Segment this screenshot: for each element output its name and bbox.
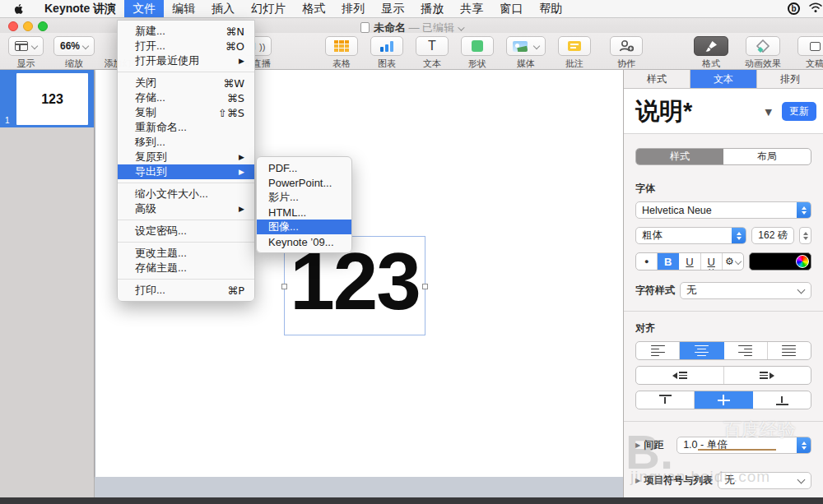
title-chevron-icon[interactable] [458,24,464,30]
font-size-stepper[interactable] [799,227,811,244]
font-size-field[interactable]: 162 磅 [751,227,794,244]
style-dropdown-icon[interactable]: ▼ [765,107,772,118]
submenu-item[interactable]: 图像... ▶ [257,220,351,234]
slide-thumbnail-row[interactable]: 1 123 [0,70,94,127]
menu-item[interactable]: 复制 ⇧⌘S ▶ [118,105,254,120]
submenu-item[interactable]: PDF... ▶ [257,160,351,175]
disclosure-triangle-icon[interactable]: ▶ [635,477,640,484]
valign-bottom-button[interactable] [753,391,811,409]
bullets-select[interactable]: 无 [718,472,811,489]
font-weight-select[interactable]: 粗体 [635,227,746,244]
wifi-icon[interactable] [808,2,823,16]
menu-item[interactable]: 存储主题... ▶ [118,261,254,275]
stepper-icon[interactable] [797,437,811,453]
format-inspector: 样式文本排列 说明* ▼ 更新 样式布局 字体 Helvetica Neue 粗… [623,70,823,497]
slide-navigator: 1 123 [0,70,95,497]
valign-top-button[interactable] [636,391,695,409]
submenu-item[interactable]: PowerPoint... ▶ [257,175,351,190]
status-menu-icon[interactable]: b [788,2,800,15]
format-panel-button[interactable]: 格式 [694,36,728,70]
apple-menu[interactable] [0,0,36,17]
zoom-button[interactable]: 66% 缩放 [53,36,95,70]
menu-bar-item[interactable]: 文件 [124,0,164,17]
align-center-button[interactable] [680,342,723,359]
insert-shape-button[interactable]: 形状 [461,36,494,70]
menu-bar-item[interactable]: 帮助 [531,0,570,17]
submenu-item[interactable]: Keynote ’09... ▶ [257,234,351,249]
collaborate-button[interactable]: 协作 [610,36,643,70]
disclosure-triangle-icon[interactable]: ▶ [635,442,640,449]
menu-item[interactable]: 高级 ▶ [118,201,254,216]
update-style-button[interactable]: 更新 [782,102,816,121]
submenu-item[interactable]: 影片... ▶ [257,190,351,205]
slide-number: 1 [5,116,10,125]
menu-item[interactable]: 重新命名... ▶ [118,120,254,135]
align-right-button[interactable] [724,342,768,359]
color-wheel-icon[interactable] [796,255,809,268]
bold-button[interactable]: B [658,253,679,270]
valign-middle-button[interactable] [695,391,753,409]
menu-item[interactable]: 更改主题... ▶ [118,246,254,261]
inspector-tab[interactable]: 文本 [690,70,757,88]
char-style-select[interactable]: 无 [680,282,811,299]
font-section-label: 字体 [635,182,811,196]
menu-item[interactable]: 移到... ▶ [118,135,254,150]
stepper-icon[interactable] [797,202,811,218]
increase-indent-button[interactable] [724,367,811,384]
underline-button[interactable]: U [679,253,700,270]
menu-bar-item[interactable]: 编辑 [164,0,203,17]
view-button[interactable]: 显示 [8,36,44,70]
menu-item[interactable]: 打印... ⌘P ▶ [118,283,254,298]
inspector-tab[interactable]: 样式 [624,70,690,88]
menu-item[interactable]: 复原到 ▶ [118,150,254,164]
dock-edge [0,497,823,504]
menu-bar-item[interactable]: 共享 [452,0,491,17]
menu-item[interactable]: 缩小文件大小... ▶ [118,187,254,201]
segment-button[interactable]: 布局 [723,149,811,164]
char-style-label: 字符样式 [635,284,675,298]
text-color-well[interactable] [749,252,811,270]
align-left-button[interactable] [636,342,680,359]
inspector-tab-bar: 样式文本排列 [624,70,823,89]
document-panel-button[interactable]: 文稿 [797,36,823,70]
view-icon [15,41,28,51]
menu-bar-item[interactable]: 幻灯片 [243,0,294,17]
menu-item[interactable]: 导出到 ▶ [118,164,254,179]
menu-bar-item[interactable]: 排列 [333,0,373,17]
menu-bar-item[interactable]: 显示 [373,0,412,17]
menu-bar-item[interactable]: 格式 [294,0,333,17]
inspector-tab[interactable]: 排列 [757,70,823,88]
menu-bar-item[interactable]: 插入 [203,0,243,17]
insert-chart-button[interactable]: 图表 [370,36,403,70]
font-family-select[interactable]: Helvetica Neue [635,201,811,219]
menu-item[interactable]: 存储... ⌘S ▶ [118,90,254,105]
slide-thumbnail[interactable]: 123 [16,73,88,125]
text-options-button[interactable]: ⚙ [723,253,743,270]
menu-item[interactable]: 打开... ⌘O ▶ [118,39,254,53]
line-spacing-select[interactable]: 1.0 - 单倍 [677,437,811,454]
menu-item[interactable]: 关闭 ⌘W ▶ [118,76,254,90]
document-icon [360,22,370,33]
submenu-item[interactable]: HTML... ▶ [257,205,351,220]
segment-button[interactable]: 样式 [636,149,723,164]
menu-item[interactable]: 新建... ⌘N ▶ [118,24,254,39]
thumbnail-text: 123 [41,92,63,107]
italic-button[interactable]: ● [636,253,658,270]
insert-text-button[interactable]: T 文本 [416,36,449,70]
stepper-icon[interactable] [732,228,746,243]
animate-panel-button[interactable]: 动画效果 [745,36,781,70]
decrease-indent-button[interactable] [636,367,724,384]
menu-item[interactable]: 设定密码... ▶ [118,224,254,238]
insert-table-button[interactable]: 表格 [325,36,358,70]
file-menu: 新建... ⌘N ▶ 打开... ⌘O ▶ 打开最近使用 ▶ 关闭 ⌘W ▶ 存… [117,20,255,302]
double-underline-button[interactable]: U·· [701,253,723,270]
insert-comment-button[interactable]: 批注 [558,36,591,70]
insert-media-button[interactable]: 媒体 [506,36,546,70]
menu-bar-item[interactable]: 播放 [412,0,452,17]
align-section-label: 对齐 [635,321,811,335]
menu-item[interactable]: 打开最近使用 ▶ [118,53,254,68]
align-justify-button[interactable] [768,342,811,359]
menu-bar-item[interactable]: 窗口 [491,0,531,17]
menu-separator [118,279,254,280]
menu-bar-item[interactable]: Keynote 讲演 [36,0,124,17]
